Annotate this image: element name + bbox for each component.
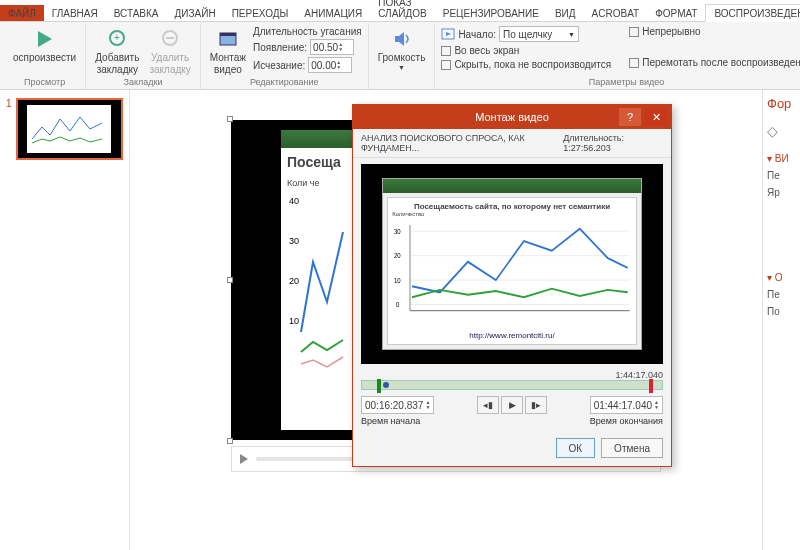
start-time-caption: Время начала bbox=[361, 416, 420, 426]
tab-slideshow[interactable]: ПОКАЗ СЛАЙДОВ bbox=[370, 0, 435, 21]
start-time-input[interactable]: 00:16:20.837▲▼ bbox=[361, 396, 434, 414]
svg-text:10: 10 bbox=[394, 276, 401, 284]
tab-animation[interactable]: АНИМАЦИЯ bbox=[296, 5, 370, 21]
tab-format[interactable]: ФОРМАТ bbox=[647, 5, 705, 21]
tab-acrobat[interactable]: ACROBAT bbox=[584, 5, 648, 21]
play-preview-button[interactable]: оспроизвести bbox=[10, 26, 79, 64]
trim-timeline[interactable]: 1:44:17.040 bbox=[361, 370, 663, 390]
diagram-icon[interactable]: ◇ bbox=[767, 123, 796, 139]
trim-icon bbox=[216, 27, 240, 51]
next-frame-icon: ▮▸ bbox=[531, 400, 541, 410]
format-pane-title: Фор bbox=[767, 96, 796, 111]
start-icon bbox=[441, 27, 455, 41]
thumb-number: 1 bbox=[6, 98, 12, 160]
fade-in-label: Появление: bbox=[253, 42, 307, 53]
play-button[interactable] bbox=[240, 454, 248, 464]
play-pause-button[interactable]: ▶ bbox=[501, 396, 523, 414]
play-icon: ▶ bbox=[509, 400, 516, 410]
preview-chart-title: Посещаемость сайта, по которому нет сема… bbox=[392, 202, 632, 211]
row-recolor[interactable]: Пе bbox=[767, 170, 796, 181]
play-icon bbox=[33, 27, 57, 51]
tab-design[interactable]: ДИЗАЙН bbox=[167, 5, 224, 21]
rewind-checkbox[interactable]: Перемотать после воспроизведения bbox=[629, 57, 800, 68]
svg-rect-6 bbox=[220, 33, 236, 36]
chevron-down-icon: ▼ bbox=[568, 31, 575, 38]
svg-marker-9 bbox=[446, 32, 451, 36]
bookmark-add-icon: + bbox=[105, 27, 129, 51]
ribbon-tabs: ФАЙЛ ГЛАВНАЯ ВСТАВКА ДИЗАЙН ПЕРЕХОДЫ АНИ… bbox=[0, 0, 800, 22]
fade-out-label: Исчезание: bbox=[253, 60, 305, 71]
end-time-caption: Время окончания bbox=[590, 416, 663, 426]
bookmark-remove-icon bbox=[158, 27, 182, 51]
prev-frame-icon: ◂▮ bbox=[483, 400, 493, 410]
row-brightness[interactable]: Яр bbox=[767, 187, 796, 198]
svg-text:30: 30 bbox=[394, 227, 401, 235]
svg-text:40: 40 bbox=[289, 196, 299, 206]
svg-text:20: 20 bbox=[289, 276, 299, 286]
help-button[interactable]: ? bbox=[619, 108, 641, 126]
tab-transitions[interactable]: ПЕРЕХОДЫ bbox=[224, 5, 297, 21]
add-bookmark-button[interactable]: + Добавить закладку bbox=[92, 26, 142, 76]
ribbon: оспроизвести Просмотр + Добавить закладк… bbox=[0, 22, 800, 90]
trim-video-button[interactable]: Монтаж видео bbox=[207, 26, 249, 76]
preview-url: http://www.remontciti.ru/ bbox=[392, 331, 632, 340]
format-pane: Фор ◇ ▾ ВИ Пе Яр ▾ О Пе По bbox=[762, 90, 800, 550]
svg-marker-0 bbox=[38, 31, 52, 47]
volume-button[interactable]: Громкость ▼ bbox=[375, 26, 429, 72]
close-button[interactable]: ✕ bbox=[645, 108, 667, 126]
end-time-input[interactable]: 01:44:17.040▲▼ bbox=[590, 396, 663, 414]
row-recolor2[interactable]: Пе bbox=[767, 289, 796, 300]
timeline-end-label: 1:44:17.040 bbox=[361, 370, 663, 380]
group-editing-label: Редактирование bbox=[207, 76, 362, 87]
fullscreen-checkbox[interactable]: Во весь экран bbox=[441, 45, 611, 56]
preview-chart: 0102030 bbox=[392, 219, 632, 329]
svg-text:0: 0 bbox=[396, 300, 400, 308]
cancel-button[interactable]: Отмена bbox=[601, 438, 663, 458]
svg-marker-7 bbox=[395, 32, 404, 46]
svg-text:10: 10 bbox=[289, 316, 299, 326]
loop-checkbox[interactable]: Непрерывно bbox=[629, 26, 800, 37]
start-label: Начало: bbox=[458, 29, 496, 40]
remove-bookmark-button[interactable]: Удалить закладку bbox=[146, 26, 193, 76]
trim-end-handle[interactable] bbox=[649, 379, 653, 393]
tab-file[interactable]: ФАЙЛ bbox=[0, 5, 44, 21]
clip-duration: Длительность: 1:27:56.203 bbox=[563, 133, 663, 153]
group-video-options-label: Параметры видео bbox=[441, 76, 800, 87]
group-preview-label: Просмотр bbox=[10, 76, 79, 87]
tab-insert[interactable]: ВСТАВКА bbox=[106, 5, 167, 21]
video-preview: Посещаемость сайта, по которому нет сема… bbox=[361, 164, 663, 364]
playhead[interactable] bbox=[383, 382, 389, 388]
clip-name: АНАЛИЗ ПОИСКОВОГО СПРОСА, КАК ФУНДАМЕН..… bbox=[361, 133, 563, 153]
preview-chart-ylabel: Количество bbox=[392, 211, 632, 217]
trim-start-handle[interactable] bbox=[377, 379, 381, 393]
group-bookmarks-label: Закладки bbox=[92, 76, 194, 87]
tab-view[interactable]: ВИД bbox=[547, 5, 584, 21]
svg-text:+: + bbox=[114, 32, 120, 43]
section-crop[interactable]: ▾ О bbox=[767, 272, 796, 283]
volume-icon bbox=[390, 27, 414, 51]
tab-review[interactable]: РЕЦЕНЗИРОВАНИЕ bbox=[435, 5, 547, 21]
fade-title: Длительность угасания bbox=[253, 26, 362, 37]
ok-button[interactable]: ОК bbox=[556, 438, 596, 458]
dialog-titlebar[interactable]: Монтаж видео ? ✕ bbox=[353, 105, 671, 129]
tab-home[interactable]: ГЛАВНАЯ bbox=[44, 5, 106, 21]
slide-thumbnail-1[interactable] bbox=[16, 98, 123, 160]
svg-text:30: 30 bbox=[289, 236, 299, 246]
slide-thumbnails-panel: 1 bbox=[0, 90, 130, 550]
fade-in-spinner[interactable]: 00.50▲▼ bbox=[310, 39, 354, 55]
play-icon bbox=[240, 454, 248, 464]
next-frame-button[interactable]: ▮▸ bbox=[525, 396, 547, 414]
tab-playback[interactable]: ВОСПРОИЗВЕДЕНИЕ bbox=[705, 4, 800, 22]
fade-out-spinner[interactable]: 00.00▲▼ bbox=[308, 57, 352, 73]
dialog-title: Монтаж видео bbox=[475, 111, 549, 123]
prev-frame-button[interactable]: ◂▮ bbox=[477, 396, 499, 414]
section-video[interactable]: ▾ ВИ bbox=[767, 153, 796, 164]
svg-text:20: 20 bbox=[394, 252, 401, 260]
chevron-down-icon: ▼ bbox=[398, 64, 405, 71]
row-position[interactable]: По bbox=[767, 306, 796, 317]
hide-checkbox[interactable]: Скрыть, пока не воспроизводится bbox=[441, 59, 611, 70]
start-dropdown[interactable]: По щелчку▼ bbox=[499, 26, 579, 42]
trim-video-dialog: Монтаж видео ? ✕ АНАЛИЗ ПОИСКОВОГО СПРОС… bbox=[352, 104, 672, 467]
